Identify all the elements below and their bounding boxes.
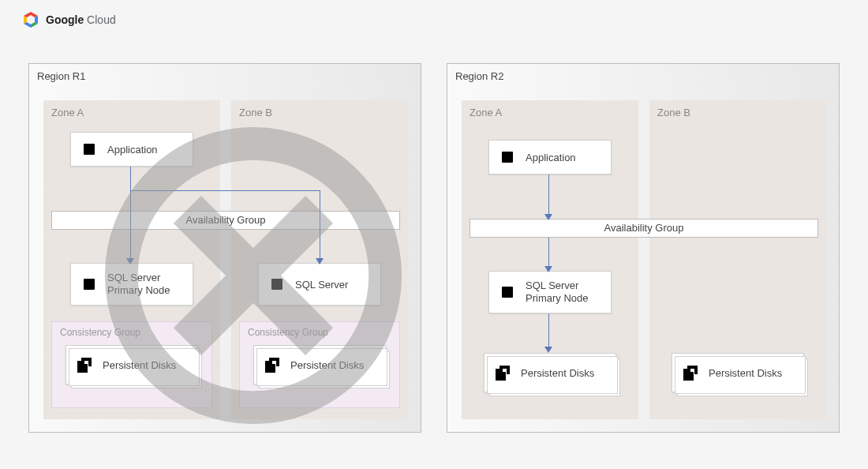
arrow-head-icon — [544, 214, 552, 220]
r2-sql-primary-label: SQL Server Primary Node — [526, 280, 603, 306]
r1-zone-b-title: Zone B — [239, 107, 272, 118]
compute-icon — [79, 274, 99, 295]
r2-application-card: Application — [488, 140, 612, 174]
r2-application-label: Application — [526, 152, 576, 163]
arrow-line — [548, 238, 549, 269]
header: Google Cloud — [22, 11, 116, 28]
arrow-line — [548, 313, 549, 350]
region-r2-title: Region R2 — [455, 70, 503, 82]
r2-disks-b: Persistent Disks — [672, 353, 804, 392]
r2-disks-a-label: Persistent Disks — [521, 367, 594, 379]
persistent-disk-icon — [492, 362, 513, 383]
failure-overlay-icon — [103, 126, 403, 426]
r2-disks-a: Persistent Disks — [484, 353, 616, 392]
compute-icon — [79, 139, 99, 159]
region-r1: Region R1 Zone A Zone B Application Avai… — [28, 63, 421, 433]
persistent-disk-icon — [74, 355, 95, 375]
arrow-head-icon — [544, 266, 552, 272]
brand-label: Google Cloud — [46, 13, 116, 26]
r2-ag-label: Availability Group — [604, 222, 684, 234]
r2-disks-b-label: Persistent Disks — [709, 367, 782, 379]
r1-zone-a-title: Zone A — [51, 107, 84, 118]
r2-zone-a-title: Zone A — [470, 107, 502, 118]
compute-icon — [497, 282, 518, 302]
arrow-head-icon — [544, 347, 552, 353]
r2-zone-b-title: Zone B — [657, 107, 690, 118]
r2-availability-group: Availability Group — [470, 219, 818, 238]
compute-icon — [497, 147, 518, 167]
region-r1-title: Region R1 — [37, 70, 85, 82]
region-r2: Region R2 Zone A Zone B Application Avai… — [447, 63, 840, 433]
google-cloud-logo-icon — [22, 11, 39, 28]
arrow-line — [548, 174, 549, 217]
persistent-disk-icon — [680, 362, 701, 383]
r2-sql-primary-card: SQL Server Primary Node — [488, 271, 612, 313]
